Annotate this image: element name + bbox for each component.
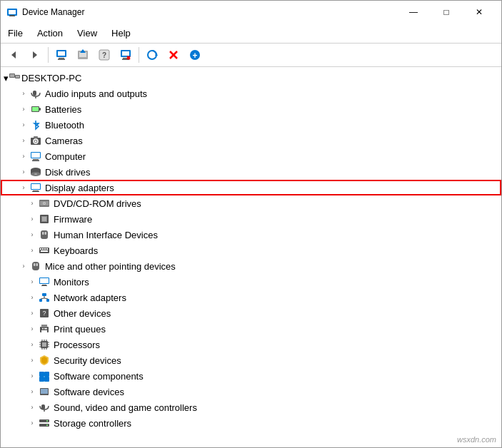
- keyboards-expander[interactable]: ›: [26, 245, 38, 256]
- svg-rect-68: [41, 250, 48, 252]
- tree-item-software-dev[interactable]: › Software devices: [1, 384, 501, 399]
- tree-item-bluetooth[interactable]: › Bluetooth: [1, 117, 501, 133]
- help-button[interactable]: ?: [94, 46, 114, 64]
- other-label: Other devices: [54, 308, 111, 319]
- tree-item-firmware[interactable]: › Firmware: [1, 211, 501, 227]
- tree-item-audio[interactable]: › Audio inputs and outputs: [1, 86, 501, 101]
- tree-item-computer[interactable]: › Computer: [1, 148, 501, 164]
- svg-rect-42: [33, 159, 39, 161]
- tree-item-processors[interactable]: ›: [1, 337, 501, 352]
- uninstall-button[interactable]: [116, 46, 136, 64]
- svg-text:?: ?: [102, 51, 106, 59]
- audio-label: Audio inputs and outputs: [45, 88, 147, 99]
- tree-item-sound[interactable]: › Sound, video and game controllers: [1, 399, 501, 415]
- computer-expander[interactable]: ›: [18, 151, 29, 162]
- tree-item-network[interactable]: › Network adapters: [1, 290, 501, 305]
- tree-panel[interactable]: ▾ DESKTOP-PC ›: [1, 67, 501, 447]
- print-expander[interactable]: ›: [26, 323, 38, 335]
- tree-item-storage[interactable]: › Storage controllers: [1, 415, 501, 431]
- processors-label: Processors: [54, 340, 100, 350]
- svg-rect-74: [40, 278, 49, 283]
- display-expander[interactable]: ›: [18, 182, 29, 193]
- svg-rect-71: [36, 263, 39, 266]
- storage-expander[interactable]: ›: [26, 417, 38, 429]
- monitors-expander[interactable]: ›: [26, 276, 38, 287]
- svg-rect-50: [33, 190, 39, 191]
- processors-expander[interactable]: ›: [26, 339, 38, 350]
- maximize-button[interactable]: □: [430, 1, 463, 24]
- security-expander[interactable]: ›: [26, 355, 38, 366]
- root-icon: [9, 71, 21, 86]
- sound-expander[interactable]: ›: [26, 402, 38, 413]
- tree-item-mice[interactable]: › Mice and other pointing devices: [1, 258, 501, 274]
- svg-rect-51: [32, 191, 39, 192]
- batteries-expander[interactable]: ›: [18, 103, 29, 115]
- svg-point-55: [44, 203, 44, 203]
- firmware-expander[interactable]: ›: [26, 213, 38, 225]
- svg-rect-87: [41, 330, 47, 333]
- svg-rect-109: [41, 389, 48, 394]
- tree-item-disk[interactable]: › Disk drives: [1, 164, 501, 180]
- root-item[interactable]: ▾ DESKTOP-PC: [1, 70, 501, 86]
- tree-item-print[interactable]: › Print queues: [1, 321, 501, 337]
- cameras-expander[interactable]: ›: [18, 135, 29, 146]
- svg-rect-16: [122, 51, 129, 56]
- tree-item-security[interactable]: › Security devices: [1, 352, 501, 368]
- forward-button[interactable]: [25, 46, 45, 64]
- tree-item-dvd[interactable]: › DVD/CD-ROM drives: [1, 195, 501, 211]
- tree-item-other[interactable]: › ? Other devices: [1, 305, 501, 321]
- update-driver-button[interactable]: [73, 46, 93, 64]
- svg-rect-106: [39, 377, 44, 382]
- hid-icon: [38, 228, 51, 241]
- tree-item-cameras[interactable]: › Cameras: [1, 133, 501, 148]
- svg-rect-43: [32, 161, 39, 162]
- software-comp-expander[interactable]: ›: [26, 370, 38, 382]
- storage-label: Storage controllers: [54, 418, 131, 429]
- root-expander[interactable]: ▾: [4, 73, 9, 83]
- disk-expander[interactable]: ›: [18, 166, 29, 178]
- other-expander[interactable]: ›: [26, 307, 38, 319]
- properties-button[interactable]: [51, 46, 71, 64]
- network-expander[interactable]: ›: [26, 292, 38, 303]
- software-dev-expander[interactable]: ›: [26, 386, 38, 397]
- network-label: Network adapters: [54, 292, 126, 303]
- svg-point-115: [46, 420, 48, 422]
- svg-point-47: [34, 173, 37, 175]
- display-icon: [29, 181, 42, 194]
- svg-rect-61: [45, 232, 47, 235]
- svg-rect-66: [44, 248, 46, 250]
- hid-expander[interactable]: ›: [26, 229, 38, 240]
- mice-expander[interactable]: ›: [18, 260, 29, 272]
- root-label: DESKTOP-PC: [21, 73, 81, 83]
- menu-view[interactable]: View: [70, 25, 104, 41]
- remove-icon: [169, 50, 179, 60]
- tree-item-monitors[interactable]: › Monitors: [1, 274, 501, 290]
- svg-rect-7: [58, 51, 65, 56]
- dvd-expander[interactable]: ›: [26, 198, 38, 209]
- tree-item-software-comp[interactable]: › Software components: [1, 368, 501, 384]
- security-label: Security devices: [54, 355, 121, 366]
- tree-item-keyboards[interactable]: › Keyboards: [1, 243, 501, 258]
- back-button[interactable]: [4, 46, 24, 64]
- scan-button[interactable]: [142, 46, 162, 64]
- menu-help[interactable]: Help: [104, 25, 138, 41]
- batteries-label: Batteries: [45, 104, 81, 115]
- tree-root: ▾ DESKTOP-PC ›: [1, 70, 501, 431]
- software-dev-label: Software devices: [54, 387, 124, 397]
- svg-rect-105: [44, 372, 49, 377]
- minimize-button[interactable]: —: [397, 1, 430, 24]
- bluetooth-expander[interactable]: ›: [18, 119, 29, 131]
- add-legacy-button[interactable]: +: [185, 46, 205, 64]
- menu-file[interactable]: File: [1, 25, 30, 41]
- svg-line-82: [44, 298, 48, 299]
- close-button[interactable]: ✕: [463, 1, 496, 24]
- audio-expander[interactable]: ›: [18, 88, 29, 99]
- software-comp-label: Software components: [54, 371, 144, 382]
- bluetooth-icon: [29, 118, 42, 131]
- remove-button[interactable]: [164, 46, 184, 64]
- tree-item-hid[interactable]: › Human Interface Devices: [1, 227, 501, 243]
- audio-icon: [29, 87, 42, 100]
- menu-action[interactable]: Action: [30, 25, 70, 41]
- tree-item-display[interactable]: › Display adapters: [1, 180, 501, 195]
- tree-item-batteries[interactable]: › Batteries: [1, 101, 501, 117]
